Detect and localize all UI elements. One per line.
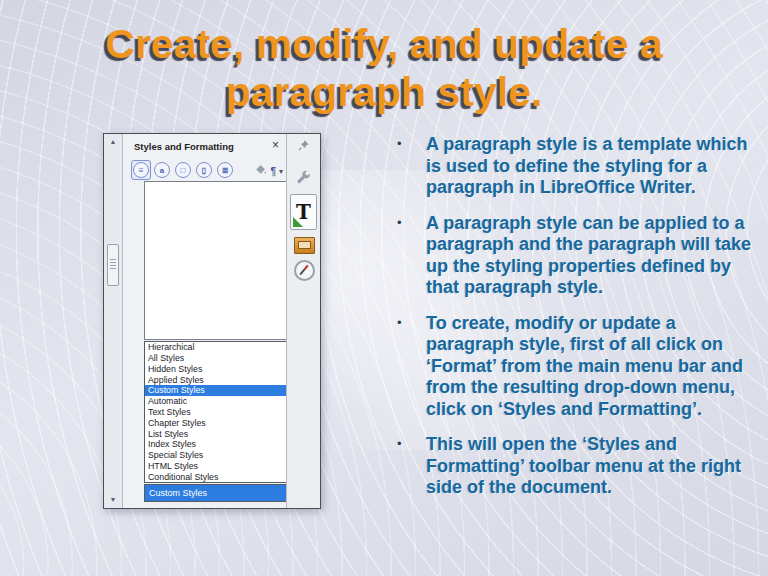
scroll-down-icon[interactable]: ▼ (104, 495, 122, 505)
bullet-marker-icon: • (393, 213, 426, 299)
style-category-label: Automatic (148, 396, 187, 406)
bullet-item: • To create, modify or update a paragrap… (393, 313, 759, 421)
filter-dropdown[interactable]: Custom Styles ▾ (144, 484, 306, 502)
properties-wrench-icon[interactable] (287, 170, 320, 185)
bullet-item: • A paragraph style is a template which … (393, 134, 759, 199)
bullet-text: This will open the ‘Styles and Formattin… (426, 434, 759, 499)
sidebar-tab-bar: T (286, 134, 320, 508)
close-icon[interactable]: × (272, 138, 279, 152)
gallery-icon[interactable] (294, 237, 315, 254)
sidebar-pin-icon[interactable] (287, 139, 320, 151)
style-family-icon: ≣ (217, 162, 233, 178)
style-family-icon: □ (175, 162, 191, 178)
styles-and-formatting-tab[interactable]: T (290, 194, 317, 230)
style-category-row[interactable]: Hierarchical (145, 342, 301, 353)
style-category-label: Index Styles (148, 439, 196, 449)
style-category-row[interactable]: Automatic (145, 396, 301, 407)
style-category-row[interactable]: Hidden Styles (145, 364, 301, 375)
style-category-label: Special Styles (148, 450, 203, 460)
style-category-label: Hidden Styles (148, 364, 202, 374)
style-category-label: Chapter Styles (148, 418, 206, 428)
new-style-from-selection-icon[interactable]: ¶ (270, 166, 276, 177)
bullet-list: • A paragraph style is a template which … (393, 134, 759, 513)
style-family-button[interactable]: ≣ (215, 160, 235, 180)
style-family-button[interactable]: a (152, 160, 172, 180)
scroll-up-icon[interactable]: ▲ (104, 137, 122, 147)
vertical-scrollbar[interactable]: ▲ ▼ (104, 134, 123, 508)
bullet-marker-icon: • (393, 313, 426, 421)
style-family-button[interactable]: ≡ (131, 160, 151, 180)
fill-format-mode-icon[interactable] (254, 162, 267, 180)
style-category-row[interactable]: Special Styles (145, 450, 301, 461)
style-family-icon: ▯ (196, 162, 212, 178)
styles-tab-triangle-icon (293, 217, 303, 227)
styles-panel: Styles and Formatting × ≡ a □ ▯ ≣ (123, 134, 286, 508)
slide-title: Create, modify, and update a paragraph s… (0, 20, 768, 116)
bullet-marker-icon: • (393, 434, 426, 499)
style-family-toolbar: ≡ a □ ▯ ≣ (131, 160, 235, 180)
panel-title: Styles and Formatting (134, 141, 234, 152)
style-category-label: Conditional Styles (148, 472, 218, 482)
style-category-label: Applied Styles (148, 375, 204, 385)
bullet-item: • A paragraph style can be applied to a … (393, 213, 759, 299)
style-category-label: Text Styles (148, 407, 191, 417)
style-family-button[interactable]: □ (173, 160, 193, 180)
style-category-row[interactable]: HTML Styles (145, 460, 301, 471)
style-category-label: Hierarchical (148, 342, 194, 352)
bullet-marker-icon: • (393, 134, 426, 199)
bullet-text: A paragraph style can be applied to a pa… (426, 213, 759, 299)
style-category-row[interactable]: Chapter Styles (145, 417, 301, 428)
style-category-label: All Styles (148, 353, 184, 363)
navigator-icon[interactable] (294, 260, 315, 281)
bullet-text: A paragraph style is a template which is… (426, 134, 759, 199)
filter-dropdown-value: Custom Styles (149, 488, 207, 498)
new-style-dropdown-caret-icon[interactable]: ▾ (279, 167, 283, 176)
style-category-label: HTML Styles (148, 461, 198, 471)
style-category-row[interactable]: List Styles (145, 428, 301, 439)
style-category-row[interactable]: All Styles (145, 353, 301, 364)
slide: Create, modify, and update a paragraph s… (0, 0, 768, 576)
panel-tools: ¶ ▾ (254, 162, 283, 180)
style-category-row[interactable]: Custom Styles (145, 385, 301, 396)
style-category-label: List Styles (148, 429, 188, 439)
style-family-icon: a (154, 162, 170, 178)
style-list-empty-area[interactable] (144, 181, 302, 340)
bullet-text: To create, modify or update a paragraph … (426, 313, 759, 421)
sidebar-grip-handle[interactable] (107, 244, 119, 286)
style-category-row[interactable]: Conditional Styles (145, 471, 301, 482)
style-category-label: Custom Styles (148, 385, 205, 395)
style-category-row[interactable]: Applied Styles (145, 374, 301, 385)
style-family-button[interactable]: ▯ (194, 160, 214, 180)
style-family-icon: ≡ (133, 162, 149, 178)
styles-panel-screenshot: ▲ ▼ Styles and Formatting × ≡ a □ ▯ (103, 133, 321, 509)
style-category-row[interactable]: Index Styles (145, 439, 301, 450)
bullet-item: • This will open the ‘Styles and Formatt… (393, 434, 759, 499)
style-category-row[interactable]: Text Styles (145, 407, 301, 418)
style-category-list: Hierarchical All Styles Hidden Styles Ap… (144, 341, 302, 483)
